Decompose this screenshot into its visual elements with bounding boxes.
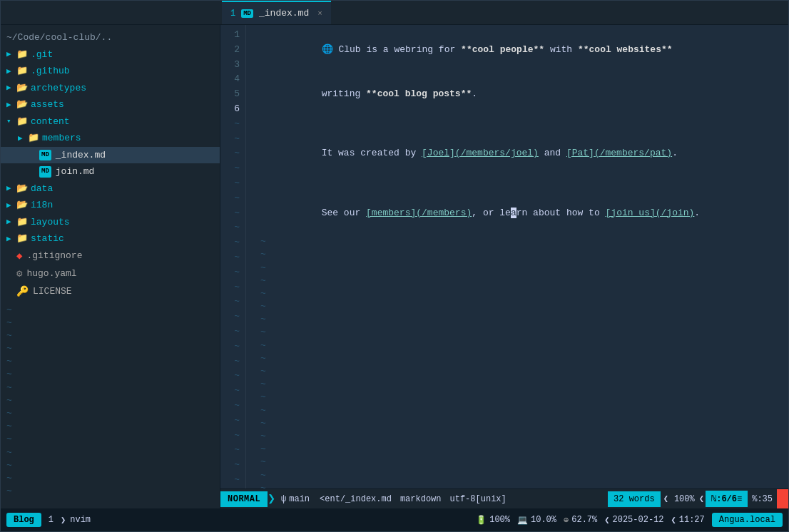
static-label: static bbox=[31, 232, 64, 246]
tilde: ~ bbox=[1, 407, 220, 420]
tilde-num: ~ bbox=[220, 443, 240, 458]
github-label: .github bbox=[31, 64, 70, 78]
arrow-icon bbox=[6, 66, 14, 78]
arrow-icon bbox=[6, 99, 14, 111]
tilde: ~ bbox=[1, 485, 220, 498]
sidebar-item-content[interactable]: 📁 content bbox=[1, 113, 220, 131]
sidebar-item-github[interactable]: 📁 .github bbox=[1, 63, 220, 80]
mem-icon: ⊕ bbox=[564, 515, 569, 526]
tilde-num: ~ bbox=[220, 235, 240, 250]
cpu-icon: 💻 bbox=[517, 515, 528, 526]
sidebar-item-index-md[interactable]: MD _index.md bbox=[1, 147, 220, 164]
folder-icon: 📂 bbox=[16, 198, 28, 213]
i18n-label: i18n bbox=[31, 198, 53, 213]
time-arrow-icon: ❮ bbox=[671, 515, 676, 526]
terminal-bar: Blog 1 ❯ nvim 🔋 100% 💻 10.0% ⊕ 62.7% ❮ 2… bbox=[1, 508, 788, 531]
date-item: ❮ 2025-02-12 bbox=[604, 515, 663, 526]
line-numbers: 1 2 3 4 5 6 ~ ~ ~ ~ ~ ~ ~ ~ ~ ~ bbox=[220, 25, 246, 488]
tilde: ~ bbox=[1, 433, 220, 446]
window: 1 MD _index.md × ~/Code/cool-club/.. 📁 .… bbox=[0, 0, 789, 532]
editor-tilde: ~ bbox=[255, 456, 780, 469]
percent-arrow: ❮ bbox=[698, 493, 706, 504]
hugo-yaml-label: hugo.yaml bbox=[26, 267, 76, 281]
tab-spacer bbox=[1, 1, 222, 24]
md-icon: MD bbox=[39, 166, 51, 178]
code-line-5 bbox=[255, 176, 780, 191]
code-area[interactable]: 🌐 Club is a webring for **cool people** … bbox=[246, 25, 788, 488]
root-label: ~/Code/cool-club/.. bbox=[6, 31, 112, 45]
line-num-2: 2 bbox=[220, 43, 240, 58]
editor-tilde: ~ bbox=[255, 417, 780, 430]
editor-tilde: ~ bbox=[255, 313, 780, 326]
status-filetype: markdown bbox=[396, 494, 446, 504]
tilde-num: ~ bbox=[220, 161, 240, 176]
tilde: ~ bbox=[1, 446, 220, 459]
arrow-icon bbox=[6, 216, 14, 228]
license-icon: 🔑 bbox=[16, 285, 29, 300]
terminal-cmd: nvim bbox=[70, 515, 91, 525]
globe-icon: 🌐 bbox=[322, 44, 339, 55]
tilde-num: ~ bbox=[220, 429, 240, 444]
sidebar-item-gitignore[interactable]: ◆ .gitignore bbox=[1, 247, 220, 265]
tilde: ~ bbox=[1, 368, 220, 381]
status-branch: ψ main bbox=[275, 494, 315, 504]
content-label: content bbox=[31, 115, 70, 129]
cpu-item: 💻 10.0% bbox=[517, 515, 556, 526]
date-value: 2025-02-12 bbox=[613, 515, 664, 525]
status-end-block bbox=[777, 489, 788, 509]
tilde-num: ~ bbox=[220, 265, 240, 280]
status-percent: 100% bbox=[671, 494, 698, 504]
editor-tilde: ~ bbox=[255, 482, 780, 488]
layouts-label: layouts bbox=[31, 215, 70, 230]
tilde-num: ~ bbox=[220, 280, 240, 295]
tilde: ~ bbox=[1, 420, 220, 433]
sidebar-item-assets[interactable]: 📂 assets bbox=[1, 96, 220, 113]
yaml-icon: ⚙ bbox=[16, 267, 22, 282]
tilde-num: ~ bbox=[220, 176, 240, 191]
status-position: ℕ:6/6≡ bbox=[706, 491, 748, 507]
status-right: 32 words ❮ 100% ❮ ℕ:6/6≡ %:35 bbox=[608, 489, 788, 509]
sidebar-item-static[interactable]: 📁 static bbox=[1, 230, 220, 247]
arrow-icon bbox=[6, 82, 14, 94]
tilde-num: ~ bbox=[220, 473, 240, 488]
folder-icon: 📁 bbox=[16, 215, 28, 230]
editor-content[interactable]: 1 2 3 4 5 6 ~ ~ ~ ~ ~ ~ ~ ~ ~ ~ bbox=[220, 25, 788, 488]
arrow-icon bbox=[6, 183, 14, 195]
battery-item: 🔋 100% bbox=[476, 515, 510, 526]
tilde-num: ~ bbox=[220, 295, 240, 310]
members-label: members bbox=[42, 131, 81, 145]
vim-statusbar: NORMAL ❯ ψ main <ent/_index.md markdown … bbox=[220, 488, 788, 508]
sidebar-item-license[interactable]: 🔑 LICENSE bbox=[1, 283, 220, 301]
terminal-num: 1 bbox=[46, 515, 56, 525]
line-num-3: 3 bbox=[220, 58, 240, 73]
battery-icon: 🔋 bbox=[476, 515, 487, 526]
tilde-num: ~ bbox=[220, 339, 240, 354]
sidebar-item-layouts[interactable]: 📁 layouts bbox=[1, 214, 220, 231]
terminal-tab[interactable]: Blog bbox=[6, 513, 41, 527]
sidebar-item-members[interactable]: 📁 members bbox=[1, 130, 220, 147]
tab-md-icon: MD bbox=[241, 9, 253, 18]
tilde-num: ~ bbox=[220, 399, 240, 414]
sidebar-item-hugo-yaml[interactable]: ⚙ hugo.yaml bbox=[1, 265, 220, 283]
arrow-icon bbox=[6, 48, 14, 61]
editor-tilde: ~ bbox=[255, 352, 780, 365]
tilde: ~ bbox=[1, 394, 220, 407]
sidebar-item-git[interactable]: 📁 .git bbox=[1, 46, 220, 63]
tilde: ~ bbox=[1, 459, 220, 472]
active-tab[interactable]: 1 MD _index.md × bbox=[222, 1, 331, 24]
tab-close-button[interactable]: × bbox=[317, 9, 322, 18]
words-label: 32 words bbox=[614, 494, 655, 504]
tab-bar: 1 MD _index.md × bbox=[1, 1, 788, 25]
data-label: data bbox=[31, 182, 53, 196]
sidebar-item-archetypes[interactable]: 📂 archetypes bbox=[1, 80, 220, 97]
sidebar-item-join-md[interactable]: MD join.md bbox=[1, 163, 220, 180]
sidebar-item-i18n[interactable]: 📂 i18n bbox=[1, 197, 220, 214]
status-col: %:35 bbox=[748, 494, 777, 504]
tilde-num: ~ bbox=[220, 250, 240, 265]
arrow-down-icon bbox=[6, 116, 14, 128]
folder-icon: 📁 bbox=[16, 232, 28, 246]
tilde-num: ~ bbox=[220, 354, 240, 369]
tilde-num: ~ bbox=[220, 324, 240, 339]
sidebar-item-data[interactable]: 📂 data bbox=[1, 180, 220, 198]
editor-tilde: ~ bbox=[255, 339, 780, 352]
